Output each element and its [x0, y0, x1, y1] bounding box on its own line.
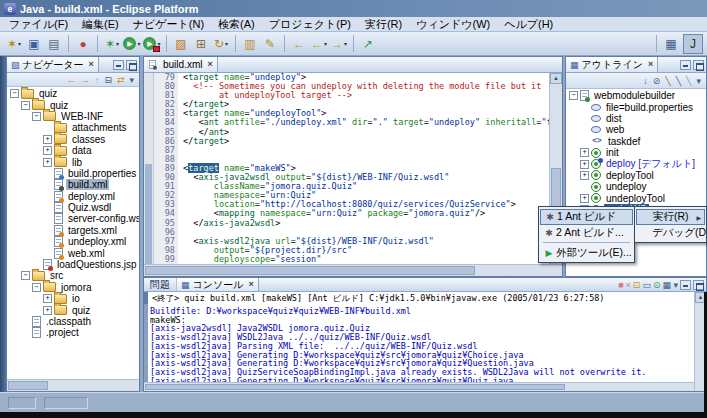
- save-button[interactable]: ▣: [24, 34, 44, 54]
- print-button[interactable]: ▤: [44, 34, 64, 54]
- menu-n[interactable]: ナビゲート(N): [126, 17, 211, 32]
- tree-item[interactable]: Quiz.wsdl: [7, 202, 139, 213]
- open-resource-button[interactable]: ↗: [358, 34, 378, 54]
- tree-item[interactable]: <>taskdef: [566, 136, 706, 147]
- link-editor-button[interactable]: ⇄: [115, 75, 127, 85]
- dropdown-arrow-icon[interactable]: ▾: [18, 40, 21, 47]
- expander-icon[interactable]: −: [569, 91, 578, 100]
- tree-item[interactable]: dist: [566, 113, 706, 124]
- tree-item[interactable]: build.properties: [7, 168, 139, 179]
- tree-item[interactable]: loadQuestions.jsp: [7, 259, 139, 270]
- minimize-button[interactable]: [680, 60, 691, 70]
- tab-navigator[interactable]: ▧ ナビゲーター ×: [7, 57, 99, 72]
- open-perspective-button[interactable]: ▦: [661, 34, 681, 54]
- tree-item[interactable]: +quiz: [7, 304, 139, 315]
- tree-item[interactable]: −WEB-INF: [7, 111, 139, 122]
- tree-item[interactable]: +data: [7, 145, 139, 156]
- tree-item[interactable]: −webmodulebuilder: [566, 90, 706, 101]
- expander-icon[interactable]: +: [580, 194, 589, 203]
- code-area[interactable]: <target name="undeploy"> <!-- Sometimes …: [178, 73, 549, 264]
- pin-console-button[interactable]: ⊙: [653, 280, 661, 290]
- view-menu-button[interactable]: ▾: [694, 76, 703, 86]
- expander-icon[interactable]: −: [32, 112, 41, 121]
- scroll-lock-button[interactable]: ⊡: [633, 280, 641, 290]
- menu-item-r[interactable]: 実行(R)▶: [636, 209, 705, 225]
- tree-item[interactable]: file=build.properties: [566, 101, 706, 112]
- tree-item[interactable]: +lib: [7, 156, 139, 167]
- expander-icon[interactable]: +: [580, 148, 589, 157]
- menu-item-2ant[interactable]: ✱2 Ant ビルド...: [540, 225, 633, 240]
- run-button[interactable]: ▶▾: [122, 34, 142, 54]
- menu-item-d[interactable]: デバッグ(D)▶: [636, 225, 705, 240]
- close-icon[interactable]: ×: [88, 60, 93, 69]
- tree-item[interactable]: undeploy.xml: [7, 236, 139, 247]
- tree-item[interactable]: +io: [7, 293, 139, 304]
- forward-button[interactable]: →: [79, 75, 92, 85]
- expander-icon[interactable]: −: [32, 283, 41, 292]
- tree-item[interactable]: +deployTool: [566, 170, 706, 181]
- maximize-button[interactable]: [126, 60, 137, 70]
- dropdown-arrow-icon[interactable]: ▾: [116, 40, 119, 47]
- menu-r[interactable]: 実行(R): [358, 17, 409, 32]
- close-icon[interactable]: ×: [248, 280, 253, 289]
- scrollbar-thumb[interactable]: [8, 381, 48, 390]
- tree-item[interactable]: targets.xml: [7, 225, 139, 236]
- filter-properties-button[interactable]: ╲: [663, 76, 672, 86]
- new-wizard-button[interactable]: ✶▾: [4, 34, 24, 54]
- tree-item[interactable]: +undeployTool: [566, 193, 706, 204]
- tab-problems[interactable]: 問題: [144, 278, 177, 291]
- tree-item[interactable]: +deploy [デフォルト]: [566, 158, 706, 169]
- new-package-button[interactable]: ⊞: [191, 34, 211, 54]
- sort-button[interactable]: ↓: [641, 76, 650, 86]
- tree-item[interactable]: .classpath: [7, 316, 139, 327]
- clear-console-button[interactable]: ▭: [642, 280, 651, 290]
- tree-item[interactable]: −quiz: [7, 99, 139, 110]
- minimize-button[interactable]: [680, 280, 691, 290]
- expander-icon[interactable]: +: [580, 171, 589, 180]
- scroll-up-icon[interactable]: ▲: [550, 73, 562, 84]
- tree-item[interactable]: undeploy: [566, 181, 706, 192]
- editor-hscrollbar[interactable]: [144, 264, 562, 276]
- minimize-button[interactable]: [113, 60, 124, 70]
- forward-button[interactable]: →▾: [329, 34, 349, 54]
- close-icon[interactable]: ×: [648, 60, 653, 69]
- collapse-all-button[interactable]: ⊟: [102, 75, 114, 85]
- menu-p[interactable]: プロジェクト(P): [262, 17, 358, 32]
- external-tools-button[interactable]: ▶▾: [142, 34, 162, 54]
- remove-launches-button[interactable]: ×: [626, 280, 631, 290]
- tree-item[interactable]: deploy.xml: [7, 191, 139, 202]
- tab-console[interactable]: ▦ コンソール ×: [177, 278, 259, 291]
- back-button[interactable]: ←▾: [309, 34, 329, 54]
- tree-item[interactable]: −quiz: [7, 88, 139, 99]
- dropdown-arrow-icon[interactable]: ▾: [137, 40, 140, 47]
- console-hscrollbar[interactable]: [144, 382, 706, 391]
- debug-button[interactable]: ●: [73, 34, 93, 54]
- last-edit-location-button[interactable]: ←: [289, 34, 309, 54]
- menu-w[interactable]: ウィンドウ(W): [409, 17, 497, 32]
- tree-item[interactable]: −src: [7, 270, 139, 281]
- console-select-button[interactable]: ▦ ▾: [662, 280, 678, 290]
- console-output[interactable]: Buildfile: D:¥workspace¥quiz¥quiz¥WEB-IN…: [144, 304, 706, 382]
- menu-e[interactable]: 編集(E): [75, 17, 126, 32]
- menu-item-1ant[interactable]: ✱1 Ant ビルド: [540, 209, 633, 225]
- scrollbar-thumb[interactable]: [145, 266, 475, 275]
- expander-icon[interactable]: +: [43, 146, 52, 155]
- refresh-button[interactable]: ↻▾: [211, 34, 231, 54]
- tree-item[interactable]: .project: [7, 327, 139, 338]
- menu-f[interactable]: ファイル(F): [2, 17, 75, 32]
- dropdown-arrow-icon[interactable]: ▾: [324, 40, 327, 47]
- filter-imported-elements-button[interactable]: ╲: [674, 76, 683, 86]
- menu-item-e[interactable]: ▶外部ツール(E)...: [540, 245, 633, 260]
- tree-item[interactable]: web.xml: [7, 247, 139, 258]
- run-as-button[interactable]: ✶▾: [102, 34, 122, 54]
- tab-build-xml[interactable]: build.xml ×: [144, 57, 218, 72]
- expander-icon[interactable]: +: [43, 294, 52, 303]
- expander-icon[interactable]: +: [43, 306, 52, 315]
- maximize-button[interactable]: [693, 280, 704, 290]
- scrollbar-thumb[interactable]: [145, 384, 565, 390]
- expander-icon[interactable]: +: [580, 160, 589, 169]
- tree-item[interactable]: −jomora: [7, 282, 139, 293]
- new-java-project-button[interactable]: ▨: [171, 34, 191, 54]
- java-perspective-button[interactable]: J: [683, 34, 703, 54]
- maximize-button[interactable]: [693, 60, 704, 70]
